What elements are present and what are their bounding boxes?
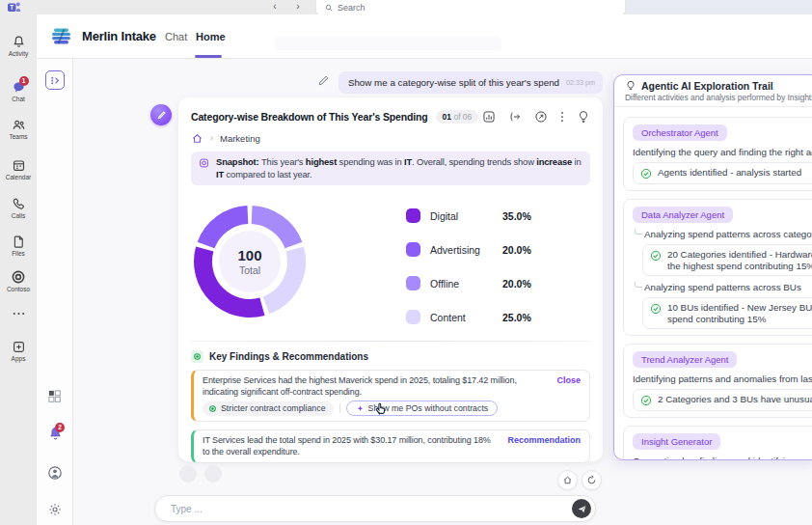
legend-swatch-offline	[406, 276, 420, 290]
sidebar-item-files[interactable]: Files	[0, 235, 37, 257]
sidebar-item-calendar[interactable]: Calendar	[0, 158, 37, 180]
agent-result: Agents identified - analysis started	[633, 162, 812, 184]
notifications-bell-icon[interactable]: 2	[47, 426, 63, 441]
people-icon	[12, 118, 26, 132]
legend-item: Digital35.0%	[406, 208, 599, 223]
agentic-trail-panel: Agentic AI Exploration Trail Different a…	[613, 74, 812, 460]
close-link[interactable]: Close	[556, 375, 581, 385]
agent-chip: Data Analyzer Agent	[633, 207, 733, 223]
insight-card: Category-wise Breakdown of This Year's S…	[178, 97, 603, 461]
forward-button[interactable]: ›	[293, 1, 303, 13]
expand-panel-button[interactable]	[45, 70, 65, 90]
chart-view-icon[interactable]	[482, 110, 496, 124]
sidebar-item-apps[interactable]: Apps	[0, 340, 37, 362]
finding-chips: Stricter contract compliance Show me POs…	[203, 401, 581, 416]
layout-grid-icon[interactable]	[47, 389, 63, 404]
history-nav: ‹ ›	[270, 1, 303, 13]
breadcrumb: › Marketing	[191, 131, 590, 145]
phone-icon	[12, 197, 26, 211]
legend-swatch-digital	[406, 208, 420, 223]
back-button[interactable]: ‹	[270, 1, 280, 13]
teams-sidebar: Activity 1 Chat Teams Calendar Calls Fil…	[0, 14, 37, 525]
trail-body: Orchestrator Agent Identifying the query…	[614, 107, 812, 460]
legend-swatch-advertising	[406, 242, 420, 257]
finding-text: Enterprise Services had the highest Mave…	[203, 374, 581, 398]
edit-pencil-icon[interactable]	[317, 74, 330, 87]
followup-question-chip[interactable]: Show me POs without contracts	[346, 401, 499, 416]
search-placeholder: Search	[338, 3, 365, 13]
agent-chip: Orchestrator Agent	[633, 124, 727, 141]
agent-result: 10 BUs identified - New Jersey BU has th…	[642, 297, 812, 329]
svg-text:T: T	[10, 4, 14, 11]
sidebar-item-activity[interactable]: Activity	[0, 35, 37, 57]
tab-chat[interactable]: Chat	[165, 31, 187, 42]
breadcrumb-item[interactable]: Marketing	[220, 133, 260, 144]
agent-activity: Identifying the query and finding the ri…	[633, 147, 812, 157]
breadcrumb-separator: ›	[210, 133, 213, 143]
tab-home[interactable]: Home	[196, 31, 226, 42]
more-dots-icon	[12, 309, 26, 318]
agent-result: 2 Categories and 3 BUs have unusual spik…	[633, 389, 812, 411]
more-options-icon[interactable]	[560, 110, 564, 124]
trail-title: Agentic AI Exploration Trail	[641, 80, 773, 92]
merlin-intake-logo	[50, 27, 73, 46]
pagination-dot[interactable]	[204, 465, 222, 483]
home-breadcrumb-icon[interactable]	[191, 132, 203, 145]
home-button[interactable]	[557, 470, 578, 490]
lightbulb-icon[interactable]	[577, 110, 590, 124]
chat-badge: 1	[19, 76, 29, 86]
agent-activity: Identifying patterns and anomalies from …	[633, 373, 812, 384]
file-icon	[12, 235, 26, 249]
open-expand-icon[interactable]	[534, 110, 548, 124]
snapshot-icon	[199, 156, 209, 170]
share-icon[interactable]	[508, 110, 522, 124]
send-button[interactable]	[572, 499, 591, 518]
search-input[interactable]: Search	[316, 0, 625, 14]
message-timestamp: 02:33 pm	[566, 78, 595, 87]
agent-activity: Analyzing spend patterns across BUs	[633, 282, 812, 292]
check-circle-icon	[650, 250, 662, 262]
agent-result: 20 Categories identified - Hardware cate…	[642, 244, 812, 276]
agent-card-data-analyzer: Data Analyzer Agent Analyzing spend patt…	[623, 199, 812, 336]
recommendation-chip[interactable]: Stricter contract compliance	[203, 401, 334, 416]
donut-total-label: Total	[239, 264, 260, 276]
check-circle-icon	[650, 303, 662, 315]
message-composer[interactable]: Type ...	[154, 495, 596, 522]
sidebar-item-contoso[interactable]: Contoso	[0, 269, 37, 292]
settings-gear-icon[interactable]	[47, 502, 63, 517]
card-title: Category-wise Breakdown of This Year's S…	[191, 111, 428, 123]
findings-target-icon	[191, 350, 203, 363]
sidebar-item-more[interactable]	[0, 309, 37, 318]
sidebar-item-chat[interactable]: 1 Chat	[0, 80, 37, 102]
teams-logo-icon[interactable]: T	[8, 1, 21, 14]
donut-chart-block: 100 Total Digital35.0% Advertising20.0% …	[191, 185, 590, 338]
agent-card-trend-analyzer: Trend Analyzer Agent Identifying pattern…	[623, 344, 812, 418]
refresh-button[interactable]	[582, 470, 602, 490]
sidebar-item-teams[interactable]: Teams	[0, 118, 37, 140]
legend-swatch-content	[406, 310, 420, 324]
lightbulb-icon	[625, 80, 636, 92]
app-inner-rail: 2	[37, 59, 73, 525]
notifications-badge: 2	[55, 423, 65, 432]
agent-chip: Insight Generator	[633, 433, 720, 450]
finding-item-1: Enterprise Services had the highest Mave…	[191, 370, 590, 422]
findings-title: Key Findings & Recommendations	[209, 351, 368, 362]
bell-icon	[12, 35, 26, 49]
header-ghost-element	[275, 37, 501, 50]
pagination-dot[interactable]	[179, 465, 197, 483]
legend-item: Offline20.0%	[406, 276, 599, 290]
refresh-icon	[586, 475, 597, 485]
sidebar-item-calls[interactable]: Calls	[0, 197, 37, 219]
donut-center: 100 Total	[219, 231, 281, 292]
profile-icon[interactable]	[47, 465, 63, 481]
user-message-bubble: Show me a category-wise split of this ye…	[338, 71, 603, 94]
search-icon	[325, 4, 333, 12]
check-circle-icon	[640, 395, 652, 406]
chat-icon: 1	[12, 80, 26, 95]
chart-legend: Digital35.0% Advertising20.0% Offline20.…	[406, 208, 599, 344]
card-header: Category-wise Breakdown of This Year's S…	[191, 108, 590, 125]
chip-divider	[339, 403, 340, 413]
user-message-text: Show me a category-wise split of this ye…	[348, 77, 559, 88]
agent-activity: Generating key findings and identifying …	[633, 456, 812, 460]
recommendation-link[interactable]: Recommendation	[507, 435, 581, 445]
